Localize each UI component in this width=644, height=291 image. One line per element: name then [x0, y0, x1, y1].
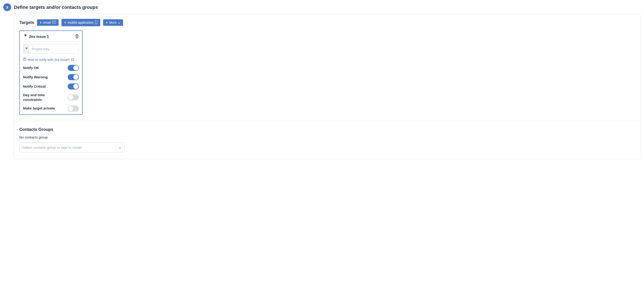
target-card-title: Jira issue 1 [28, 35, 49, 39]
more-label: More [109, 21, 116, 24]
more-targets-button[interactable]: + More [103, 19, 123, 26]
notify-warning-toggle[interactable] [68, 74, 79, 80]
add-mobile-label: mobile application [68, 21, 94, 24]
external-link-icon [71, 58, 74, 62]
notify-warning-label: Notify Warning [23, 75, 48, 79]
chevron-down-icon [118, 21, 120, 24]
add-mobile-button[interactable]: + mobile application [62, 19, 100, 26]
envelope-icon [52, 21, 56, 24]
svg-point-6 [24, 60, 25, 60]
plus-icon: + [106, 21, 108, 24]
notify-critical-toggle[interactable] [68, 83, 79, 89]
mobile-icon [95, 20, 98, 25]
notify-critical-label: Notify Critical [23, 84, 46, 89]
step-panel: Targets + email + mobile application + M… [14, 14, 641, 159]
add-email-label: email [43, 21, 51, 24]
plus-icon: + [40, 21, 42, 24]
time-constraints-label: Day and time constraints [23, 93, 62, 102]
make-private-label: Make target private [23, 106, 55, 111]
plus-icon: + [64, 21, 66, 24]
contacts-empty-text: No contacts group [19, 135, 636, 139]
target-card-jira: Jira issue 1 How to notify with Jira iss… [19, 30, 82, 115]
step-number-badge: 3 [3, 3, 11, 11]
step-title: Define targets and/or contacts groups [14, 3, 98, 11]
help-link[interactable]: How to notify with Jira issue? [23, 58, 79, 62]
contacts-group-select[interactable]: Select contacts group or type to create [19, 142, 124, 153]
make-private-toggle[interactable] [68, 105, 79, 112]
delete-target-button[interactable] [75, 34, 79, 39]
add-email-button[interactable]: + email [37, 19, 59, 26]
chevron-down-icon [118, 145, 122, 149]
contacts-groups-heading: Contacts Groups [19, 127, 636, 132]
notify-ok-label: Notify OK [23, 65, 39, 70]
svg-rect-4 [25, 47, 28, 49]
help-icon [23, 58, 26, 62]
notify-ok-toggle[interactable] [68, 65, 79, 71]
project-key-input[interactable] [29, 45, 79, 53]
targets-heading: Targets [19, 20, 34, 25]
time-constraints-toggle[interactable] [68, 94, 79, 100]
svg-point-2 [96, 23, 96, 24]
svg-rect-3 [24, 34, 27, 36]
jira-icon [23, 34, 27, 39]
contacts-select-placeholder: Select contacts group or type to create [22, 145, 82, 149]
jira-icon [23, 45, 29, 53]
help-link-text: How to notify with Jira issue? [28, 58, 70, 62]
project-key-input-group [23, 44, 79, 53]
